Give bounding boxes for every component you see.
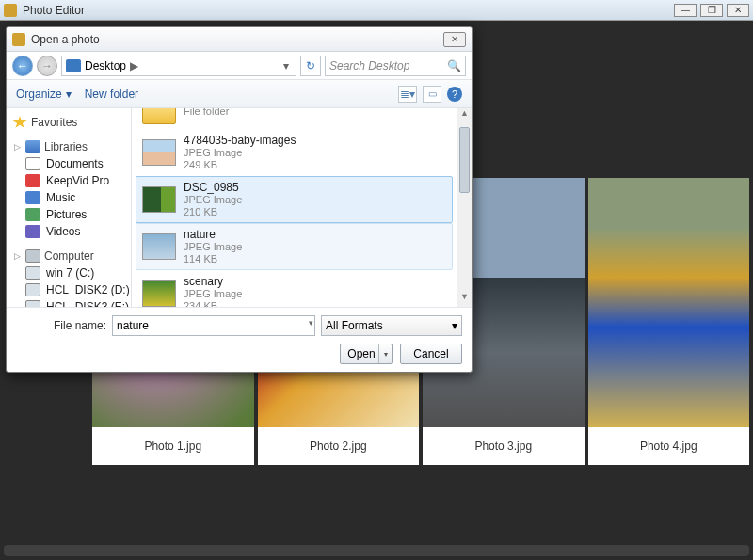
file-row[interactable]: scenary JPEG Image 234 KB — [136, 270, 453, 307]
search-input[interactable]: Search Desktop 🔍 — [325, 56, 466, 76]
app-body: Photo 1.jpg Photo 2.jpg Photo 3.jpg Phot… — [0, 21, 753, 560]
sidebar-label: win 7 (C:) — [46, 266, 94, 280]
drive-icon — [25, 300, 40, 307]
format-select[interactable]: All Formats ▾ — [321, 315, 462, 336]
help-button[interactable]: ? — [447, 87, 462, 102]
dialog-close-button[interactable]: ✕ — [443, 32, 466, 47]
filename-label: File name: — [16, 319, 106, 332]
expand-icon: ▷ — [12, 251, 22, 261]
preview-pane-button[interactable]: ▭ — [423, 86, 441, 103]
music-icon — [25, 191, 40, 204]
file-list[interactable]: File folder 4784035-baby-images JPEG Ima… — [132, 108, 457, 307]
folder-icon — [142, 108, 176, 124]
sidebar-label: Computer — [44, 249, 94, 263]
file-type: JPEG Image — [184, 288, 242, 300]
scroll-up-icon[interactable]: ▲ — [457, 108, 472, 123]
sidebar-item-videos[interactable]: Videos — [10, 223, 127, 240]
scroll-thumb[interactable] — [459, 127, 470, 193]
sidebar-drive-c[interactable]: win 7 (C:) — [10, 264, 127, 281]
app-window: Photo Editor — ❐ ✕ Photo 1.jpg Photo 2.j… — [0, 0, 753, 560]
file-type: JPEG Image — [184, 194, 242, 206]
file-row[interactable]: 4784035-baby-images JPEG Image 249 KB — [136, 129, 453, 176]
keepvid-icon — [25, 174, 40, 187]
file-scrollbar[interactable]: ▲ ▼ — [457, 108, 472, 307]
sidebar-libraries[interactable]: ▷ Libraries — [10, 138, 127, 155]
sidebar-favorites[interactable]: Favorites — [10, 114, 127, 131]
gallery-label: Photo 2.jpg — [258, 427, 420, 465]
drive-icon — [25, 266, 40, 280]
gallery-item[interactable]: Photo 4.jpg — [588, 178, 750, 465]
star-icon — [12, 116, 27, 129]
sidebar-item-keepvid[interactable]: KeepVid Pro — [10, 172, 127, 189]
file-name: nature — [184, 228, 242, 241]
image-thumb-icon — [142, 139, 176, 166]
minimize-button[interactable]: — — [674, 4, 697, 17]
file-row-folder[interactable]: File folder — [136, 108, 453, 129]
close-button[interactable]: ✕ — [727, 4, 749, 17]
sidebar-drive-d[interactable]: HCL_DISK2 (D:) — [10, 281, 127, 298]
sidebar-drive-e[interactable]: HCL_DISK3 (E:) — [10, 298, 127, 307]
file-size: 234 KB — [184, 300, 242, 307]
sidebar-label: KeepVid Pro — [46, 174, 109, 187]
sidebar-label: Videos — [46, 225, 80, 238]
file-size: 249 KB — [184, 159, 296, 171]
open-split-button[interactable]: ▾ — [378, 344, 392, 363]
file-row[interactable]: nature JPEG Image 114 KB — [136, 223, 453, 270]
sidebar-computer[interactable]: ▷ Computer — [10, 248, 127, 264]
app-titlebar[interactable]: Photo Editor — ❐ ✕ — [0, 0, 753, 21]
sidebar-item-documents[interactable]: Documents — [10, 155, 127, 172]
new-folder-button[interactable]: New folder — [85, 88, 138, 101]
open-label: Open — [347, 347, 375, 360]
format-label: All Formats — [326, 319, 383, 332]
breadcrumb-location: Desktop — [85, 59, 126, 72]
sidebar-label: Documents — [46, 157, 104, 170]
image-thumb-icon — [142, 186, 176, 213]
gallery-label: Photo 4.jpg — [588, 427, 750, 465]
gallery-label: Photo 1.jpg — [92, 427, 254, 465]
search-icon: 🔍 — [447, 59, 461, 72]
filename-input[interactable] — [112, 315, 315, 336]
documents-icon — [25, 157, 40, 170]
dialog-title: Open a photo — [31, 33, 443, 46]
open-file-dialog: Open a photo ✕ ← → Desktop ▶ ▾ ↻ Search … — [6, 26, 473, 373]
sidebar-item-pictures[interactable]: Pictures — [10, 206, 127, 223]
desktop-icon — [66, 59, 81, 72]
sidebar: Favorites ▷ Libraries Documents KeepVid … — [7, 108, 131, 307]
file-size: 210 KB — [184, 206, 242, 218]
file-name: 4784035-baby-images — [184, 134, 296, 147]
horizontal-scrollbar[interactable] — [4, 545, 749, 556]
sidebar-item-music[interactable]: Music — [10, 189, 127, 206]
open-button[interactable]: Open ▾ — [340, 344, 393, 364]
gallery-thumb-icon — [588, 178, 750, 427]
chevron-down-icon: ▾ — [409, 88, 415, 101]
file-row-selected[interactable]: DSC_0985 JPEG Image 210 KB — [136, 176, 453, 223]
organize-label: Organize — [16, 88, 62, 101]
search-placeholder: Search Desktop — [329, 59, 409, 72]
view-mode-button[interactable]: ≣▾ — [398, 86, 417, 103]
breadcrumb[interactable]: Desktop ▶ ▾ — [61, 56, 296, 76]
file-list-area: File folder 4784035-baby-images JPEG Ima… — [131, 108, 472, 307]
sidebar-label: Libraries — [44, 140, 88, 153]
image-thumb-icon — [142, 233, 176, 260]
gallery-label: Photo 3.jpg — [423, 427, 585, 465]
nav-forward-button[interactable]: → — [37, 56, 57, 76]
organize-button[interactable]: Organize ▾ — [16, 88, 72, 101]
scroll-down-icon[interactable]: ▼ — [457, 292, 472, 307]
file-name: DSC_0985 — [184, 181, 242, 194]
dialog-main: Favorites ▷ Libraries Documents KeepVid … — [7, 108, 472, 307]
dialog-logo-icon — [12, 33, 25, 46]
breadcrumb-dropdown-icon[interactable]: ▾ — [280, 59, 292, 72]
maximize-button[interactable]: ❐ — [700, 4, 723, 17]
file-size: 114 KB — [184, 253, 242, 265]
pictures-icon — [25, 208, 40, 221]
refresh-button[interactable]: ↻ — [300, 56, 321, 76]
breadcrumb-arrow-icon: ▶ — [130, 59, 138, 72]
nav-back-button[interactable]: ← — [12, 56, 33, 76]
dialog-toolbar: Organize ▾ New folder ≣▾ ▭ ? — [7, 80, 472, 108]
file-type: File folder — [184, 108, 229, 118]
cancel-button[interactable]: Cancel — [400, 344, 462, 364]
computer-icon — [25, 249, 40, 263]
dialog-titlebar[interactable]: Open a photo ✕ — [7, 27, 472, 52]
filename-dropdown-icon[interactable]: ▾ — [309, 318, 313, 328]
image-thumb-icon — [142, 280, 176, 307]
